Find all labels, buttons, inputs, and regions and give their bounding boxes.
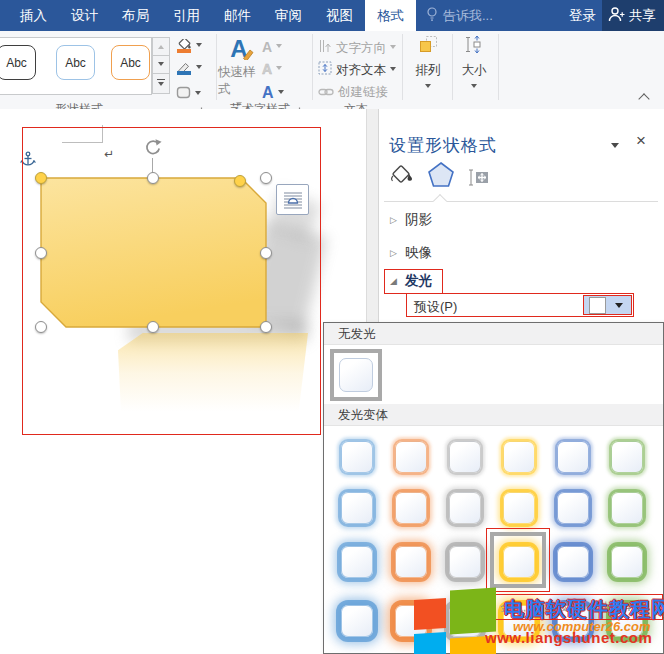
shape-style-preset-2[interactable]: Abc — [56, 45, 95, 80]
glow-variant-accent-1-blue-level3[interactable] — [341, 546, 373, 578]
adjust-handle[interactable] — [35, 172, 47, 184]
resize-handle-left[interactable] — [35, 247, 47, 259]
pane-menu-arrow-icon[interactable] — [611, 143, 619, 152]
glow-variant-accent-3-gray-level2[interactable] — [449, 492, 481, 524]
gallery-scroll-down-button[interactable] — [152, 55, 170, 74]
resize-handle-top-right[interactable] — [260, 172, 272, 184]
resize-handle-bottom-left[interactable] — [35, 321, 47, 333]
layout-options-button[interactable] — [276, 184, 309, 215]
text-outline-button[interactable]: A — [262, 61, 282, 77]
resize-handle-top[interactable] — [147, 172, 159, 184]
annotation-rectangle-tooltip — [493, 594, 663, 620]
tell-me[interactable]: 告诉我... — [426, 0, 493, 31]
glow-variant-accent-2-orange-level2[interactable] — [395, 492, 427, 524]
glow-variant-accent-6-green-level1[interactable] — [611, 441, 643, 473]
no-glow-swatch[interactable] — [339, 358, 373, 392]
glow-variant-accent-1-blue-level2[interactable] — [341, 492, 373, 524]
annotation-rectangle-document — [22, 127, 321, 435]
glow-variant-accent-3-gray-level3[interactable] — [449, 546, 481, 578]
glow-gallery-menu: 无发光 发光变体 金色, 11 pt 发光, 个性色 4 — [323, 322, 664, 654]
document-area[interactable]: ↵ — [0, 109, 366, 654]
tab-插入[interactable]: 插入 — [8, 0, 59, 31]
ribbon-tabs: 插入设计布局引用邮件审阅视图格式 — [0, 0, 416, 31]
tab-邮件[interactable]: 邮件 — [212, 0, 263, 31]
shape-outline-icon — [176, 61, 192, 75]
sign-in-button[interactable]: 登录 — [569, 0, 596, 31]
glow-variant-accent-2-orange-level1[interactable] — [395, 441, 427, 473]
tab-视图[interactable]: 视图 — [314, 0, 365, 31]
glow-variant-accent-5-dark-blue-level3[interactable] — [557, 546, 589, 578]
collapsed-triangle-icon: ▷ — [390, 215, 397, 225]
glow-variant-accent-6-green-level2[interactable] — [611, 492, 643, 524]
collapse-ribbon-button[interactable] — [638, 93, 649, 104]
shape-fill-icon — [176, 39, 192, 53]
text-effects-button[interactable]: A — [262, 84, 284, 102]
shape-style-preset-1[interactable]: Abc — [0, 45, 36, 80]
tab-布局[interactable]: 布局 — [110, 0, 161, 31]
tab-格式[interactable]: 格式 — [365, 0, 416, 31]
shape-style-preset-3[interactable]: Abc — [111, 45, 150, 80]
share-button[interactable]: 共享 — [602, 0, 664, 31]
glow-variant-accent-4-gold-level1[interactable] — [503, 441, 535, 473]
no-glow-header: 无发光 — [324, 323, 663, 345]
text-group-item-创建链接[interactable]: 创建链接 — [318, 83, 388, 101]
glow-variant-accent-2-orange-level4[interactable] — [395, 605, 427, 637]
glow-variant-accent-6-green-level3[interactable] — [611, 546, 643, 578]
glow-variant-accent-3-gray-level1[interactable] — [449, 441, 481, 473]
adjust-handle-snip[interactable] — [234, 175, 246, 187]
rotation-handle-icon[interactable] — [143, 138, 163, 162]
preset-current-swatch — [589, 297, 606, 314]
quick-styles-icon: A — [230, 35, 247, 61]
resize-handle-bottom-right[interactable] — [260, 321, 272, 333]
tab-审阅[interactable]: 审阅 — [263, 0, 314, 31]
preset-dropdown-button[interactable] — [583, 295, 632, 315]
layout-options-icon — [283, 191, 303, 209]
shape-effects-button[interactable] — [176, 85, 201, 103]
tab-引用[interactable]: 引用 — [161, 0, 212, 31]
size-label: 大小 — [462, 62, 487, 79]
text-fill-button[interactable]: A — [262, 39, 282, 55]
shape-fill-button[interactable] — [176, 39, 202, 53]
text-group-item-文字方向[interactable]: 文字方向 — [318, 39, 396, 57]
size-button[interactable]: 大小 — [454, 35, 494, 91]
pane-close-icon[interactable]: × — [636, 131, 646, 151]
arrange-button[interactable]: 排列 — [406, 35, 450, 91]
shape-outline-button[interactable] — [176, 61, 202, 75]
expanded-triangle-icon: ◢ — [390, 276, 397, 286]
text-group-item-label: 文字方向 — [336, 40, 386, 57]
layout-properties-tab-icon[interactable] — [467, 167, 490, 192]
glow-variants-header: 发光变体 — [324, 404, 663, 426]
glow-variant-accent-1-blue-level4[interactable] — [341, 605, 373, 637]
resize-handle-bottom[interactable] — [147, 321, 159, 333]
text-direction-icon — [318, 39, 332, 57]
no-glow-selected-frame[interactable] — [330, 349, 382, 401]
text-group-item-label: 对齐文本 — [336, 62, 386, 79]
gallery-scroll — [152, 37, 170, 95]
text-effects-icon: A — [262, 84, 274, 102]
text-group-item-对齐文本[interactable]: 对齐文本 — [318, 61, 396, 79]
glow-variant-accent-4-gold-level2[interactable] — [503, 492, 535, 524]
glow-variant-accent-2-orange-level3[interactable] — [395, 546, 427, 578]
glow-variant-accent-5-dark-blue-level2[interactable] — [557, 492, 589, 524]
ribbon-tab-bar: 插入设计布局引用邮件审阅视图格式 告诉我... 登录 共享 — [0, 0, 664, 31]
pane-title: 设置形状格式 — [389, 134, 497, 157]
text-outline-icon: A — [262, 61, 272, 77]
fill-line-tab-icon[interactable] — [389, 164, 415, 192]
shape-styles-gallery: AbcAbcAbc — [0, 37, 152, 95]
collapsed-triangle-icon: ▷ — [390, 248, 397, 258]
glow-variant-accent-1-blue-level1[interactable] — [341, 441, 373, 473]
quick-styles-button[interactable]: A 快速样式 — [218, 35, 260, 109]
create-link-icon — [318, 83, 334, 101]
text-fill-icon: A — [262, 39, 272, 55]
pane-section-发光[interactable]: ◢发光 — [384, 269, 443, 294]
tab-设计[interactable]: 设计 — [59, 0, 110, 31]
gallery-scroll-up-button[interactable] — [152, 37, 170, 56]
pane-section-阴影[interactable]: ▷阴影 — [390, 211, 432, 229]
gallery-more-button[interactable] — [152, 73, 170, 94]
glow-variant-accent-5-dark-blue-level1[interactable] — [557, 441, 589, 473]
effects-tab-icon[interactable] — [427, 161, 455, 192]
resize-handle-right[interactable] — [260, 247, 272, 259]
pane-section-映像[interactable]: ▷映像 — [390, 244, 432, 262]
arrange-label: 排列 — [416, 62, 441, 79]
glow-variant-accent-3-gray-level4[interactable] — [449, 605, 481, 637]
